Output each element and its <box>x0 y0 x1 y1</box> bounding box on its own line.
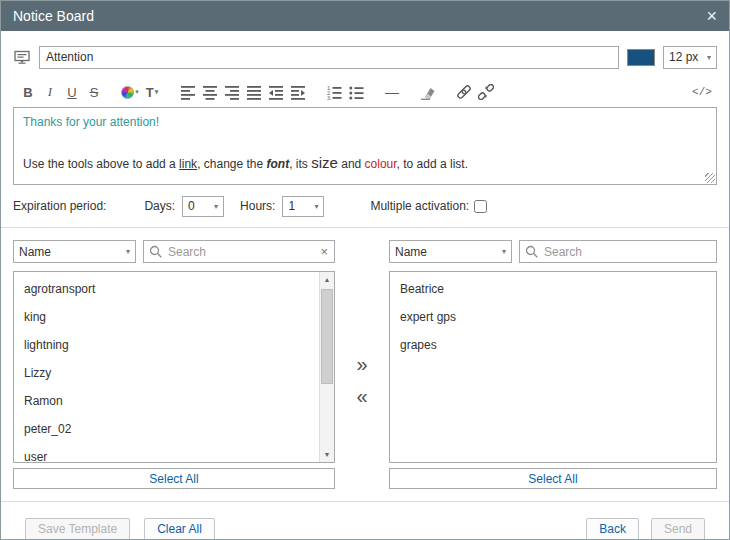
clear-all-button[interactable]: Clear All <box>144 518 215 540</box>
selected-filter-select[interactable]: Name ▾ <box>389 240 512 263</box>
subject-input[interactable] <box>39 46 619 69</box>
font-color-button[interactable]: ▾ <box>119 81 141 103</box>
message-editor[interactable]: Thanks for your attention! Use the tools… <box>13 107 717 185</box>
list-item[interactable]: lightning <box>14 331 318 359</box>
available-searchbox: × <box>143 240 335 263</box>
divider <box>1 227 729 228</box>
scrollbar-track[interactable] <box>320 287 334 447</box>
link-button[interactable] <box>453 81 475 103</box>
align-right-button[interactable] <box>221 81 243 103</box>
dialog-body: 12 px ▾ B I U S ▾ T ▾ <box>1 31 729 540</box>
filter-value: Name <box>19 245 51 259</box>
dialog-titlebar[interactable]: Notice Board × <box>1 1 729 31</box>
multiple-activation-label: Multiple activation: <box>370 199 469 213</box>
formatting-toolbar: B I U S ▾ T ▾ <box>13 77 717 107</box>
svg-text:3.: 3. <box>327 95 332 100</box>
underline-button[interactable]: U <box>61 81 83 103</box>
clear-formatting-button[interactable] <box>417 81 439 103</box>
clear-search-icon[interactable]: × <box>320 244 328 259</box>
hours-value: 1 <box>288 199 295 213</box>
resize-grip-icon[interactable] <box>705 173 715 183</box>
scroll-down-icon[interactable]: ▼ <box>320 447 334 462</box>
search-icon <box>525 245 539 259</box>
available-filter-select[interactable]: Name ▾ <box>13 240 136 263</box>
outdent-button[interactable] <box>265 81 287 103</box>
list-item[interactable]: king <box>14 303 318 331</box>
bold-button[interactable]: B <box>17 81 39 103</box>
chevron-down-icon: ▾ <box>502 247 506 256</box>
multiple-activation-checkbox[interactable] <box>474 200 487 213</box>
selected-searchbox <box>519 240 717 263</box>
scrollbar-thumb[interactable] <box>321 289 333 384</box>
selected-search-input[interactable] <box>520 241 716 262</box>
bullet-list-button[interactable] <box>345 81 367 103</box>
scrollbar[interactable]: ▲ ▼ <box>319 272 334 462</box>
list-item[interactable]: Ramon <box>14 387 318 415</box>
editor-line2: Use the tools above to add a link, chang… <box>23 154 707 171</box>
notice-template-icon[interactable] <box>13 50 31 65</box>
send-button[interactable]: Send <box>651 518 705 540</box>
selected-list: Beatriceexpert gpsgrapes <box>389 271 717 463</box>
italic-button[interactable]: I <box>39 81 61 103</box>
strikethrough-button[interactable]: S <box>83 81 105 103</box>
subject-row: 12 px ▾ <box>13 45 717 69</box>
text-color-swatch[interactable] <box>627 49 655 66</box>
align-left-button[interactable] <box>177 81 199 103</box>
move-left-button[interactable]: « <box>356 386 367 406</box>
font-size-button[interactable]: T ▾ <box>141 81 163 103</box>
color-wheel-icon <box>121 86 134 99</box>
notice-board-dialog: Notice Board × 12 px ▾ <box>0 0 730 540</box>
chevron-down-icon: ▾ <box>214 202 218 211</box>
editor-large-text: size <box>311 154 338 171</box>
editor-text: , to add a list. <box>397 157 468 171</box>
hours-label: Hours: <box>240 199 275 213</box>
editor-bold-italic-text: font <box>267 157 290 171</box>
move-right-button[interactable]: » <box>356 354 367 374</box>
available-search-input[interactable] <box>144 241 334 262</box>
chevron-down-icon: ▾ <box>135 88 139 96</box>
recipients-panels: Name ▾ × ▲ ▼ <box>13 240 717 489</box>
scroll-up-icon[interactable]: ▲ <box>320 272 334 287</box>
expiration-label: Expiration period: <box>13 199 106 213</box>
selected-controls: Name ▾ <box>389 240 717 263</box>
expiration-row: Expiration period: Days: 0 ▾ Hours: 1 ▾ … <box>13 189 717 223</box>
available-panel: Name ▾ × ▲ ▼ <box>13 240 335 489</box>
chevron-down-icon: ▾ <box>126 247 130 256</box>
dialog-title: Notice Board <box>13 8 94 24</box>
back-button[interactable]: Back <box>586 518 639 540</box>
list-item[interactable]: Lizzy <box>14 359 318 387</box>
days-select[interactable]: 0 ▾ <box>182 196 224 217</box>
available-controls: Name ▾ × <box>13 240 335 263</box>
editor-text: , its <box>289 157 311 171</box>
editor-text: , change the <box>197 157 266 171</box>
list-item[interactable]: grapes <box>390 331 716 359</box>
selected-select-all-button[interactable]: Select All <box>389 468 717 489</box>
ordered-list-button[interactable]: 1.2.3. <box>323 81 345 103</box>
list-item[interactable]: agrotransport <box>14 275 318 303</box>
editor-line1: Thanks for your attention! <box>23 115 707 129</box>
unlink-button[interactable] <box>475 81 497 103</box>
indent-button[interactable] <box>287 81 309 103</box>
font-size-value: 12 px <box>669 50 698 64</box>
days-label: Days: <box>144 199 175 213</box>
font-size-letter: T <box>146 85 154 100</box>
align-center-button[interactable] <box>199 81 221 103</box>
filter-value: Name <box>395 245 427 259</box>
list-item[interactable]: user <box>14 443 318 463</box>
font-size-select[interactable]: 12 px ▾ <box>663 46 717 69</box>
horizontal-rule-button[interactable]: — <box>381 81 403 103</box>
available-select-all-button[interactable]: Select All <box>13 468 335 489</box>
save-template-button[interactable]: Save Template <box>25 518 130 540</box>
dialog-footer: Save Template Clear All Back Send <box>13 502 717 540</box>
list-item[interactable]: peter_02 <box>14 415 318 443</box>
chevron-down-icon: ▾ <box>707 53 711 62</box>
hours-select[interactable]: 1 ▾ <box>282 196 324 217</box>
editor-red-text: colour <box>365 157 397 171</box>
chevron-down-icon: ▾ <box>314 202 318 211</box>
source-code-button[interactable]: </> <box>691 81 713 103</box>
align-justify-button[interactable] <box>243 81 265 103</box>
list-item[interactable]: expert gps <box>390 303 716 331</box>
close-icon[interactable]: × <box>706 7 717 25</box>
list-item[interactable]: Beatrice <box>390 275 716 303</box>
editor-link-text[interactable]: link <box>179 157 197 171</box>
